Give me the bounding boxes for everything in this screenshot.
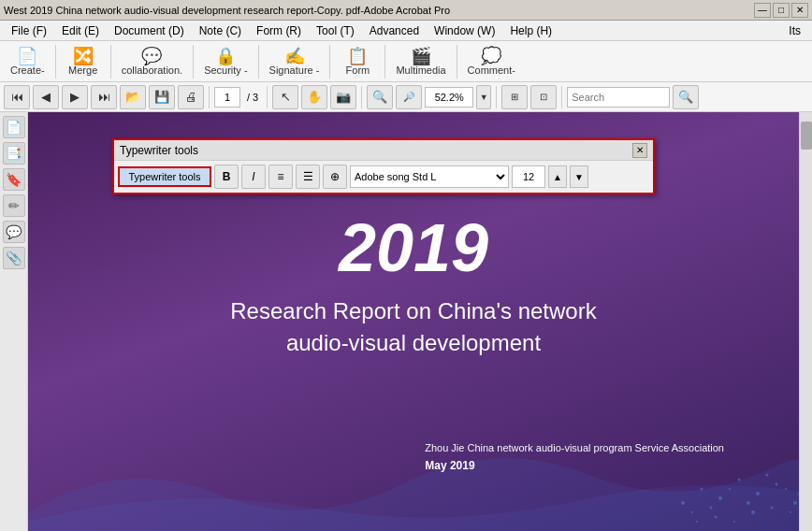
signature-label: Signature - [269,65,320,76]
font-size-decrease-button[interactable]: ▼ [570,165,588,188]
merge-button[interactable]: 🔀 Merge [60,43,107,80]
tw-list2-button[interactable]: ☰ [296,165,320,189]
menu-window[interactable]: Window (W) [427,22,502,39]
multimedia-button[interactable]: 🎬 Multimedia [389,43,452,80]
toolbar-sep-7 [457,45,457,79]
title-text: West 2019 China network audio-visual dev… [4,5,450,16]
create-icon: 📄 [17,48,37,65]
menu-its[interactable]: Its [781,22,808,39]
next-page-button[interactable]: ▶ [62,85,88,109]
menu-edit[interactable]: Edit (E) [54,22,107,39]
font-size-input[interactable] [512,165,545,188]
zoom-input[interactable] [425,87,473,108]
scrollbar[interactable] [799,112,812,531]
search-button[interactable]: 🔍 [673,85,699,109]
create-label: Create- [10,65,45,76]
nav-sep-4 [496,86,497,108]
create-button[interactable]: 📄 Create- [4,43,51,80]
print-button[interactable]: 🖨 [178,85,204,109]
nav-sep-2 [267,86,268,108]
security-button[interactable]: 🔒 Security - [197,43,254,80]
svg-point-17 [751,510,755,514]
toolbar-sep-3 [193,45,194,79]
pdf-author-line2: May 2019 [425,457,724,475]
toolbar-sep-1 [55,45,56,79]
menu-note[interactable]: Note (C) [192,22,249,39]
bold-icon: B [223,170,231,183]
form-button[interactable]: 📋 Form [334,43,381,80]
tw-extra-button[interactable]: ⊕ [323,165,347,189]
sidebar-attachments-icon[interactable]: 📎 [3,247,25,269]
menu-document[interactable]: Document (D) [107,22,192,39]
typewriter-active-button[interactable]: Typewriter tools [118,166,211,187]
menu-form[interactable]: Form (R) [249,22,309,39]
comment-button[interactable]: 💭 Comment- [461,43,522,80]
snapshot-button[interactable]: 📷 [330,85,356,109]
svg-point-0 [681,501,685,505]
zoom-out-button[interactable]: 🔎 [396,85,422,109]
sidebar-signatures-icon[interactable]: 🔖 [3,168,25,191]
svg-point-1 [701,488,703,491]
security-icon: 🔒 [215,48,236,65]
title-controls: — □ ✕ [754,3,808,18]
svg-point-11 [785,488,787,490]
typewriter-close-button[interactable]: ✕ [632,143,647,158]
page-total: / 3 [243,92,262,103]
font-size-increase-button[interactable]: ▲ [548,165,567,188]
extra-icon: ⊕ [330,170,340,183]
sidebar-comments-icon[interactable]: 💬 [3,221,25,243]
collaboration-icon: 💬 [141,48,162,65]
close-button[interactable]: ✕ [791,3,808,18]
typewriter-dialog: Typewriter tools ✕ Typewriter tools B I … [112,138,655,194]
sidebar-bookmarks-icon[interactable]: 📑 [3,142,25,165]
actual-size-button[interactable]: ⊡ [530,85,557,109]
scroll-thumb[interactable] [801,122,812,150]
save-button[interactable]: 💾 [149,85,175,109]
signature-button[interactable]: ✍ Signature - [263,43,326,80]
title-bar: West 2019 China network audio-visual dev… [0,0,812,21]
select-tool-button[interactable]: ↖ [272,85,298,109]
svg-point-14 [696,521,698,523]
font-select[interactable]: Adobe song Std L [350,165,509,188]
svg-point-12 [793,501,797,505]
maximize-button[interactable]: □ [773,3,790,18]
fit-page-button[interactable]: ⊞ [501,85,528,109]
page-number-input[interactable] [214,87,240,108]
nav-sep-5 [561,86,562,108]
toolbar-sep-5 [329,45,330,79]
collaboration-button[interactable]: 💬 collaboration. [115,43,189,80]
multimedia-label: Multimedia [396,65,445,76]
signature-icon: ✍ [284,48,305,65]
nav-sep-3 [361,86,362,108]
tw-italic-button[interactable]: I [241,165,266,189]
last-page-button[interactable]: ⏭ [91,85,117,109]
menu-help[interactable]: Help (H) [502,22,559,39]
svg-point-8 [729,488,731,490]
menu-tool[interactable]: Tool (T) [309,22,362,39]
svg-point-15 [715,516,718,519]
list2-icon: ☰ [303,170,313,183]
svg-point-18 [771,507,774,509]
sidebar-layers-icon[interactable]: ✏ [3,194,25,217]
pdf-author-info: Zhou Jie China network audio-visual prog… [425,440,724,475]
tw-bold-button[interactable]: B [214,165,239,189]
hand-tool-button[interactable]: ✋ [301,85,327,109]
tw-list1-button[interactable]: ≡ [268,165,293,189]
pdf-title-line2: audio-visual development [230,327,596,359]
sidebar-pages-icon[interactable]: 📄 [3,116,25,138]
zoom-dropdown-button[interactable]: ▼ [476,85,491,109]
collaboration-label: collaboration. [122,65,182,76]
menu-bar: File (F) Edit (E) Document (D) Note (C) … [0,21,812,41]
zoom-in-button[interactable]: 🔍 [367,85,393,109]
svg-point-2 [718,496,722,500]
typewriter-titlebar: Typewriter tools ✕ [114,140,653,161]
nav-sep-1 [209,86,210,108]
menu-advanced[interactable]: Advanced [362,22,427,39]
merge-icon: 🔀 [73,48,94,65]
open-file-button[interactable]: 📂 [120,85,146,109]
prev-page-button[interactable]: ◀ [33,85,59,109]
first-page-button[interactable]: ⏮ [4,85,30,109]
minimize-button[interactable]: — [754,3,771,18]
search-input[interactable] [567,87,670,108]
menu-file[interactable]: File (F) [4,22,54,39]
